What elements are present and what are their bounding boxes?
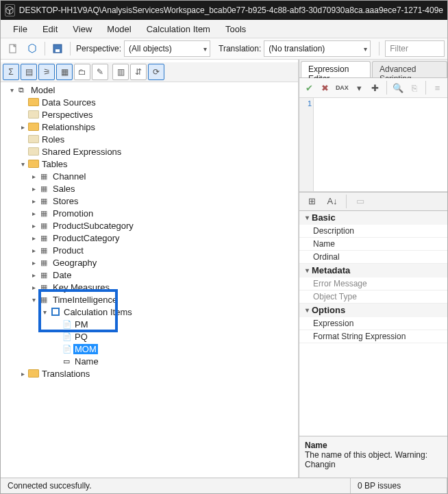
expand-timeintel-icon[interactable]: ▾ bbox=[29, 296, 38, 304]
propcat-basic[interactable]: Basic bbox=[312, 212, 336, 223]
menu-tools[interactable]: Tools bbox=[219, 21, 253, 37]
tree-table-product[interactable]: Product bbox=[51, 245, 85, 256]
tree-calculation-items[interactable]: Calculation Items bbox=[62, 307, 134, 317]
menu-view[interactable]: View bbox=[66, 21, 99, 37]
tree-calcitem-mom[interactable]: MOM bbox=[73, 344, 98, 354]
property-desc-title: Name bbox=[305, 441, 442, 450]
editor-toolbar: ✔ ✖ DAX ▾ ✚ 🔍 ⎘ ≡ bbox=[299, 78, 447, 98]
app-cube-icon bbox=[5, 4, 15, 16]
column-icon: ▭ bbox=[61, 356, 72, 366]
tree-model[interactable]: Model bbox=[29, 85, 56, 95]
tree-table-promotion[interactable]: Promotion bbox=[51, 208, 95, 219]
expand-model-icon[interactable]: ▾ bbox=[8, 86, 16, 94]
view-summary-icon[interactable]: Σ bbox=[3, 64, 19, 80]
table-icon bbox=[39, 295, 50, 304]
view-folders-icon[interactable]: 🗀 bbox=[74, 64, 90, 80]
expression-editor-textarea[interactable] bbox=[314, 98, 447, 191]
view-columns-icon[interactable]: ▥ bbox=[112, 64, 129, 80]
tree-table-keymeasures[interactable]: Key Measures bbox=[51, 282, 111, 293]
expand-calcitems-icon[interactable]: ▾ bbox=[40, 308, 49, 316]
calc-item-icon bbox=[61, 344, 72, 354]
tree-roles[interactable]: Roles bbox=[40, 134, 66, 145]
categorized-view-icon[interactable]: ⊞ bbox=[303, 193, 320, 210]
tree-table-channel[interactable]: Channel bbox=[51, 171, 87, 182]
tree-table-timeintelligence[interactable]: TimeIntelligence bbox=[51, 295, 119, 305]
accept-icon[interactable]: ✔ bbox=[303, 79, 315, 96]
save-button[interactable] bbox=[49, 40, 66, 57]
tree-data-sources[interactable]: Data Sources bbox=[40, 97, 97, 108]
svg-rect-2 bbox=[55, 49, 60, 52]
dropdown-icon[interactable]: ▾ bbox=[353, 79, 365, 96]
translation-dropdown[interactable]: (No translation) bbox=[264, 40, 371, 57]
view-script-icon[interactable]: ✎ bbox=[92, 64, 108, 80]
cancel-icon[interactable]: ✖ bbox=[319, 79, 331, 96]
view-refresh-icon[interactable]: ⟳ bbox=[148, 64, 164, 80]
table-icon bbox=[39, 270, 50, 280]
menu-file[interactable]: File bbox=[6, 21, 34, 37]
tab-advanced-scripting[interactable]: Advanced Scripting bbox=[372, 61, 447, 77]
prop-object-type[interactable]: Object Type bbox=[299, 292, 357, 301]
menu-edit[interactable]: Edit bbox=[36, 21, 64, 37]
table-icon bbox=[39, 171, 50, 181]
perspective-label: Perspective: bbox=[76, 44, 121, 53]
tree-table-date[interactable]: Date bbox=[51, 270, 73, 280]
tree-calcitem-name[interactable]: Name bbox=[73, 356, 100, 367]
tree-calcitem-pm[interactable]: PM bbox=[73, 319, 90, 330]
insert-icon[interactable]: ✚ bbox=[369, 79, 381, 96]
model-tree-panel: Σ ▤ ⚞ ▦ 🗀 ✎ ▥ ⇵ ⟳ ▾Model Data Sources Pe… bbox=[1, 60, 299, 478]
folder-icon bbox=[28, 122, 39, 132]
perspective-dropdown[interactable]: (All objects) bbox=[124, 40, 210, 57]
comment-icon[interactable]: ⎘ bbox=[408, 79, 420, 96]
tab-expression-editor[interactable]: Expression Editor bbox=[301, 61, 371, 77]
tree-table-productcategory[interactable]: ProductCategory bbox=[51, 233, 121, 243]
tree-table-productsubcategory[interactable]: ProductSubcategory bbox=[51, 221, 135, 231]
prop-description[interactable]: Description bbox=[299, 226, 354, 236]
tree-calcitem-pq[interactable]: PQ bbox=[73, 332, 89, 342]
expand-relationships-icon[interactable]: ▸ bbox=[18, 123, 27, 131]
tree-translations[interactable]: Translations bbox=[40, 369, 91, 379]
table-icon bbox=[39, 282, 50, 292]
alpha-sort-icon[interactable]: A↓ bbox=[324, 193, 340, 210]
prop-name[interactable]: Name bbox=[299, 239, 335, 249]
main-menu: File Edit View Model Calculation Item To… bbox=[1, 20, 447, 38]
prop-format-string-expression[interactable]: Format String Expression bbox=[299, 332, 406, 341]
property-pages-icon[interactable]: ▭ bbox=[352, 193, 369, 210]
propcat-metadata[interactable]: Metadata bbox=[312, 265, 350, 275]
prop-error-message[interactable]: Error Message bbox=[299, 279, 367, 288]
right-tabs: Expression Editor Advanced Scripting bbox=[299, 60, 447, 78]
properties-toolbar: ⊞ A↓ ▭ bbox=[299, 192, 447, 211]
calc-item-icon bbox=[61, 319, 72, 329]
status-bp-issues[interactable]: 0 BP issues bbox=[351, 478, 447, 493]
property-desc-text: The name of this object. Warning: Changi… bbox=[305, 450, 442, 469]
prop-expression[interactable]: Expression bbox=[299, 319, 353, 328]
menu-model[interactable]: Model bbox=[100, 21, 138, 37]
view-list-icon[interactable]: ▤ bbox=[21, 64, 37, 80]
table-icon bbox=[39, 233, 50, 243]
propcat-options[interactable]: Options bbox=[312, 305, 345, 315]
expand-translations-icon[interactable]: ▸ bbox=[18, 370, 27, 378]
tree-shared-expressions[interactable]: Shared Expressions bbox=[40, 147, 123, 157]
tree-tables[interactable]: Tables bbox=[40, 159, 69, 169]
tree-view-toolbar: Σ ▤ ⚞ ▦ 🗀 ✎ ▥ ⇵ ⟳ bbox=[1, 62, 298, 82]
find-icon[interactable]: 🔍 bbox=[392, 79, 404, 96]
prop-ordinal[interactable]: Ordinal bbox=[299, 252, 340, 262]
window-titlebar: DESKTOP-HH1V9AQ\AnalysisServicesWorkspac… bbox=[1, 1, 447, 20]
view-sort-icon[interactable]: ⇵ bbox=[130, 64, 147, 80]
view-hierarchy-icon[interactable]: ⚞ bbox=[38, 64, 55, 80]
deploy-button[interactable] bbox=[24, 40, 40, 57]
table-icon bbox=[39, 196, 50, 206]
view-tables-icon[interactable]: ▦ bbox=[56, 64, 73, 80]
indent-icon[interactable]: ≡ bbox=[432, 79, 443, 96]
tree-relationships[interactable]: Relationships bbox=[40, 122, 97, 132]
dax-format-button[interactable]: DAX bbox=[335, 79, 349, 96]
expand-tables-icon[interactable]: ▾ bbox=[18, 160, 27, 168]
tree-table-geography[interactable]: Geography bbox=[51, 258, 98, 268]
tree-table-stores[interactable]: Stores bbox=[51, 196, 80, 206]
new-button[interactable] bbox=[5, 40, 21, 57]
tree-table-sales[interactable]: Sales bbox=[51, 184, 77, 194]
filter-input[interactable]: Filter bbox=[385, 40, 445, 57]
tree-perspectives[interactable]: Perspectives bbox=[40, 110, 94, 120]
status-connection: Connected succesfully. bbox=[1, 478, 351, 493]
translation-label: Translation: bbox=[219, 44, 261, 53]
menu-calculation-item[interactable]: Calculation Item bbox=[140, 21, 217, 37]
